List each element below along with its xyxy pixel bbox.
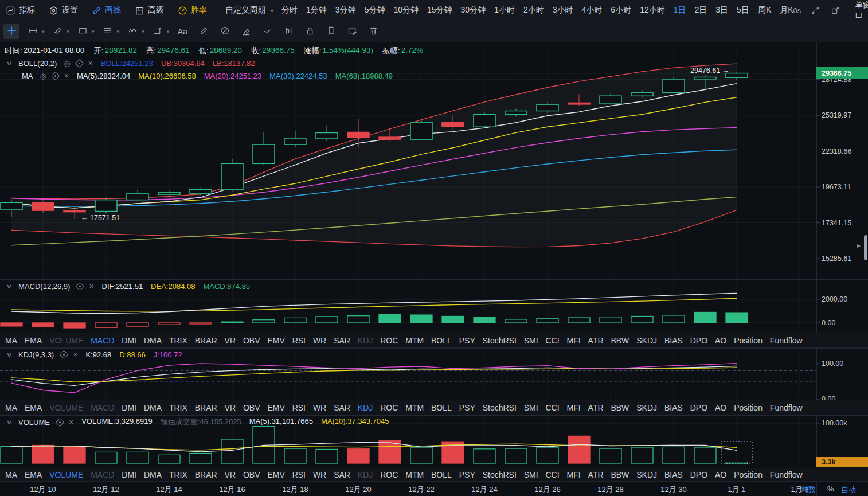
indicator-tab-ao[interactable]: AO <box>715 336 726 345</box>
indicator-tab-wr[interactable]: WR <box>313 336 326 345</box>
indicator-tab-ao[interactable]: AO <box>715 403 726 412</box>
indicator-tab-stochrsi[interactable]: StochRSI <box>483 470 517 479</box>
auto-scale-toggle[interactable]: 自动 <box>841 485 856 495</box>
indicator-tab-rsi[interactable]: RSI <box>292 470 306 479</box>
indicator-tab-bbw[interactable]: BBW <box>611 470 629 479</box>
indicator-tab-roc[interactable]: ROC <box>380 470 398 479</box>
indicator-tab-macd[interactable]: MACD <box>91 403 114 412</box>
indicator-tab-mtm[interactable]: MTM <box>405 403 424 412</box>
indicator-tab-smi[interactable]: SMI <box>524 336 538 345</box>
indicator-tab-vr[interactable]: VR <box>225 470 236 479</box>
percent-scale-toggle[interactable]: % <box>827 485 834 493</box>
indicator-tab-roc[interactable]: ROC <box>380 403 398 412</box>
indicator-tab-cci[interactable]: CCI <box>546 336 560 345</box>
indicator-tab-brar[interactable]: BRAR <box>195 470 217 479</box>
indicator-tab-fundflow[interactable]: Fundflow <box>770 403 803 412</box>
collapse-chevron-icon[interactable]: ∨ <box>6 283 12 290</box>
indicator-tab-stochrsi[interactable]: StochRSI <box>483 336 517 345</box>
indicator-tab-volume[interactable]: VOLUME <box>49 470 83 479</box>
indicator-settings-icon[interactable] <box>56 417 65 427</box>
collapse-chevron-icon[interactable]: ∨ <box>6 419 12 426</box>
indicator-tab-wr[interactable]: WR <box>313 403 326 412</box>
indicator-tab-rsi[interactable]: RSI <box>292 403 306 412</box>
indicator-tab-kdj[interactable]: KDJ <box>358 403 373 412</box>
indicator-tab-position[interactable]: Position <box>734 470 763 479</box>
indicator-tab-obv[interactable]: OBV <box>243 403 260 412</box>
indicator-tab-boll[interactable]: BOLL <box>431 336 452 345</box>
indicator-tab-obv[interactable]: OBV <box>243 336 260 345</box>
indicator-tab-emv[interactable]: EMV <box>267 470 284 479</box>
indicator-tab-vr[interactable]: VR <box>225 403 236 412</box>
indicator-tab-ma[interactable]: MA <box>5 403 17 412</box>
indicator-tab-mtm[interactable]: MTM <box>405 470 424 479</box>
indicator-tab-ema[interactable]: EMA <box>25 403 42 412</box>
indicator-tab-stochrsi[interactable]: StochRSI <box>483 403 517 412</box>
remove-indicator-icon[interactable]: × <box>69 417 73 427</box>
indicator-tab-sar[interactable]: SAR <box>334 336 350 345</box>
remove-indicator-icon[interactable]: × <box>64 71 69 80</box>
indicator-tab-bias[interactable]: BIAS <box>664 336 683 345</box>
indicator-settings-icon[interactable] <box>76 282 85 291</box>
indicator-tab-ema[interactable]: EMA <box>25 470 42 479</box>
indicator-tab-emv[interactable]: EMV <box>267 403 284 412</box>
indicator-tab-ao[interactable]: AO <box>715 470 726 479</box>
indicator-tab-dmi[interactable]: DMI <box>122 403 136 412</box>
indicator-tab-boll[interactable]: BOLL <box>431 403 452 412</box>
indicator-tab-fundflow[interactable]: Fundflow <box>770 336 803 345</box>
indicator-tab-smi[interactable]: SMI <box>524 403 538 412</box>
indicator-tab-trix[interactable]: TRIX <box>169 403 187 412</box>
indicator-tab-dpo[interactable]: DPO <box>690 403 707 412</box>
indicator-tab-bias[interactable]: BIAS <box>664 470 683 479</box>
indicator-tab-bias[interactable]: BIAS <box>664 403 683 412</box>
indicator-tab-ema[interactable]: EMA <box>25 336 42 345</box>
indicator-tab-atr[interactable]: ATR <box>588 470 604 479</box>
indicator-tab-position[interactable]: Position <box>734 336 763 345</box>
indicator-tab-brar[interactable]: BRAR <box>195 403 217 412</box>
indicator-tab-trix[interactable]: TRIX <box>169 470 187 479</box>
indicator-tab-brar[interactable]: BRAR <box>195 336 217 345</box>
visibility-icon[interactable]: ◎ <box>64 60 70 67</box>
visibility-icon[interactable]: ◎ <box>40 72 46 80</box>
log-scale-toggle[interactable]: 对数 <box>801 485 816 495</box>
indicator-tab-volume[interactable]: VOLUME <box>49 336 83 345</box>
remove-indicator-icon[interactable]: × <box>88 58 93 68</box>
indicator-tab-psy[interactable]: PSY <box>459 336 475 345</box>
expand-panel-icon[interactable]: ▸ <box>857 241 861 249</box>
indicator-tab-cci[interactable]: CCI <box>546 470 560 479</box>
indicator-settings-icon[interactable] <box>51 71 60 80</box>
indicator-tab-skdj[interactable]: SKDJ <box>636 403 657 412</box>
indicator-settings-icon[interactable] <box>60 350 69 359</box>
indicator-tab-atr[interactable]: ATR <box>588 403 604 412</box>
indicator-tab-mfi[interactable]: MFI <box>567 470 581 479</box>
indicator-tab-skdj[interactable]: SKDJ <box>636 336 657 345</box>
indicator-tab-sar[interactable]: SAR <box>334 470 350 479</box>
indicator-tab-dpo[interactable]: DPO <box>690 470 707 479</box>
indicator-tab-atr[interactable]: ATR <box>588 336 604 345</box>
indicator-tab-skdj[interactable]: SKDJ <box>636 470 657 479</box>
indicator-tab-emv[interactable]: EMV <box>267 336 284 345</box>
indicator-tab-kdj[interactable]: KDJ <box>358 336 373 345</box>
indicator-tab-vr[interactable]: VR <box>225 336 236 345</box>
remove-indicator-icon[interactable]: × <box>89 282 93 291</box>
indicator-tab-cci[interactable]: CCI <box>546 403 560 412</box>
axis-scrollbar-thumb[interactable] <box>864 235 867 260</box>
indicator-tab-mfi[interactable]: MFI <box>567 336 581 345</box>
indicator-tab-dma[interactable]: DMA <box>144 403 162 412</box>
indicator-tab-macd[interactable]: MACD <box>91 470 114 479</box>
indicator-tab-macd[interactable]: MACD <box>91 336 114 345</box>
indicator-tab-bbw[interactable]: BBW <box>611 336 629 345</box>
collapse-chevron-icon[interactable]: ∨ <box>6 351 12 358</box>
indicator-tab-sar[interactable]: SAR <box>334 403 350 412</box>
collapse-chevron-icon[interactable]: ∨ <box>6 60 12 67</box>
indicator-tab-roc[interactable]: ROC <box>380 336 398 345</box>
indicator-tab-boll[interactable]: BOLL <box>431 470 452 479</box>
indicator-tab-dmi[interactable]: DMI <box>122 336 136 345</box>
indicator-tab-mfi[interactable]: MFI <box>567 403 581 412</box>
indicator-tab-dmi[interactable]: DMI <box>122 470 136 479</box>
indicator-tab-ma[interactable]: MA <box>5 470 17 479</box>
indicator-settings-icon[interactable] <box>75 58 84 68</box>
indicator-tab-psy[interactable]: PSY <box>459 403 475 412</box>
indicator-tab-rsi[interactable]: RSI <box>292 336 306 345</box>
indicator-tab-smi[interactable]: SMI <box>524 470 538 479</box>
indicator-tab-kdj[interactable]: KDJ <box>358 470 373 479</box>
